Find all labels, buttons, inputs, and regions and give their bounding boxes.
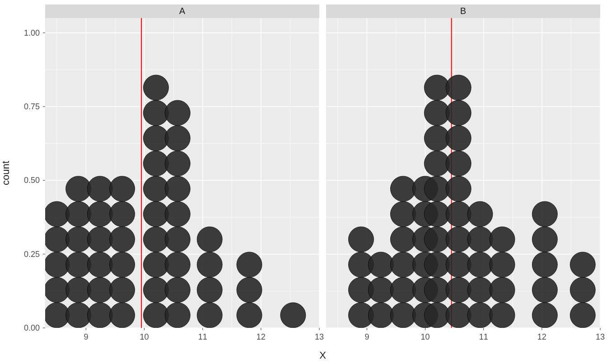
dot [348, 227, 374, 252]
dot [143, 75, 168, 100]
dot [109, 277, 135, 303]
dot [165, 201, 190, 227]
dot [570, 277, 595, 303]
dot [570, 252, 595, 277]
x-tick-label: 10 [140, 332, 149, 341]
facet-strip-label: B [460, 6, 466, 16]
x-tick-label: 12 [257, 332, 266, 341]
x-axis-title: X [319, 350, 326, 361]
dot [87, 201, 112, 227]
dot [197, 227, 222, 252]
dot [390, 227, 416, 252]
dot [467, 201, 493, 227]
dot [165, 176, 190, 201]
dot [197, 303, 222, 328]
dot [237, 303, 262, 328]
dot [237, 252, 262, 277]
dot [197, 252, 222, 277]
y-tick-label: 1.00 [24, 28, 40, 37]
dot [446, 151, 471, 176]
dotplot-faceted-chart: { "chart_data": { "type": "dotplot", "fa… [0, 0, 607, 364]
dot [532, 227, 557, 252]
dot [532, 303, 557, 328]
dot [87, 252, 112, 277]
y-tick-label: 0.50 [24, 176, 40, 185]
dot [109, 303, 135, 328]
dot [109, 201, 135, 227]
dot [197, 277, 222, 303]
dot [165, 277, 190, 303]
dot [280, 303, 306, 328]
dot [390, 252, 416, 277]
dot [446, 100, 471, 126]
dot [165, 227, 190, 252]
x-tick-label: 11 [479, 332, 488, 341]
dot [467, 303, 493, 328]
dot [237, 277, 262, 303]
dot [165, 303, 190, 328]
dot [390, 176, 416, 201]
dot [109, 252, 135, 277]
x-tick-label: 10 [421, 332, 430, 341]
dot [165, 252, 190, 277]
dot [490, 252, 515, 277]
dot [446, 75, 471, 100]
dot [446, 176, 471, 201]
x-tick-label: 11 [198, 332, 207, 341]
dot [165, 151, 190, 176]
dot [368, 303, 393, 328]
dot [87, 303, 112, 328]
y-tick-label: 0.25 [24, 250, 40, 259]
y-axis-title: count [0, 161, 11, 185]
dot [467, 252, 493, 277]
x-tick-label: 13 [315, 332, 324, 341]
dot [87, 227, 112, 252]
dot [165, 100, 190, 126]
y-tick-label: 0.00 [24, 323, 40, 332]
dot [87, 277, 112, 303]
dot [368, 277, 393, 303]
x-tick-label: 12 [537, 332, 546, 341]
dot [390, 277, 416, 303]
dot [490, 227, 515, 252]
chart-svg: countX0.000.250.500.751.00A910111213B910… [0, 0, 607, 364]
dot [467, 227, 493, 252]
y-tick-label: 0.75 [24, 102, 40, 111]
dot [532, 252, 557, 277]
x-tick-label: 9 [84, 332, 88, 341]
dot [570, 303, 595, 328]
dot [87, 176, 112, 201]
dot [532, 277, 557, 303]
dot [390, 201, 416, 227]
dot [467, 277, 493, 303]
x-tick-label: 13 [596, 332, 605, 341]
dot [368, 252, 393, 277]
dot [390, 303, 416, 328]
dot [165, 126, 190, 151]
dot [532, 201, 557, 227]
dot [109, 227, 135, 252]
dot [490, 303, 515, 328]
x-tick-label: 9 [364, 332, 369, 341]
dot [490, 277, 515, 303]
dot [109, 176, 135, 201]
facet-strip-label: A [179, 6, 186, 16]
dot [446, 126, 471, 151]
